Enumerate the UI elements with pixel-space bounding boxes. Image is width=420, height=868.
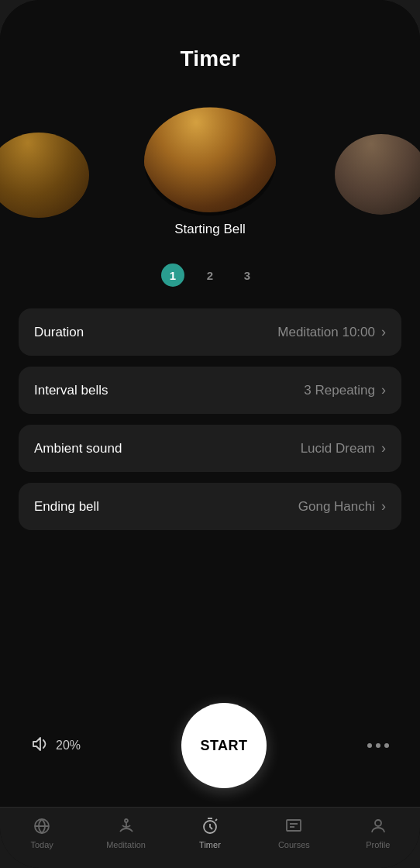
duration-row[interactable]: Duration Meditation 10:00 ›: [19, 308, 401, 356]
nav-label-profile: Profile: [366, 840, 390, 849]
ambient-sound-value-wrapper: Lucid Dream ›: [301, 440, 386, 456]
pagination-dot-1[interactable]: 1: [161, 264, 184, 287]
volume-icon: [31, 736, 50, 756]
duration-chevron-icon: ›: [381, 324, 386, 340]
start-button[interactable]: START: [181, 703, 267, 788]
duration-value-wrapper: Meditation 10:00 ›: [277, 324, 386, 340]
ending-bell-row[interactable]: Ending bell Gong Hanchi ›: [19, 483, 401, 530]
header: Timer: [0, 0, 420, 79]
start-label: START: [200, 738, 247, 754]
page-title: Timer: [180, 46, 239, 71]
courses-icon: [284, 817, 303, 835]
bowl-carousel[interactable]: Starting Bell: [0, 79, 420, 250]
nav-item-today[interactable]: Today: [11, 817, 73, 849]
nav-label-courses: Courses: [278, 840, 310, 849]
bowl-label: Starting Bell: [174, 222, 246, 237]
pagination-dot-3[interactable]: 3: [236, 264, 259, 287]
nav-item-courses[interactable]: Courses: [263, 817, 325, 849]
more-button[interactable]: [367, 743, 389, 748]
meditation-icon: [117, 817, 136, 835]
bowl-right: [331, 114, 420, 215]
ending-bell-value-wrapper: Gong Hanchi ›: [298, 498, 386, 515]
more-dot-1: [367, 743, 372, 748]
svg-point-8: [375, 820, 381, 826]
phone-container: Timer Starting Bell 1 2 3 Duration Medit…: [0, 0, 420, 868]
bowl-left: [0, 110, 93, 219]
volume-percentage: 20%: [56, 739, 81, 753]
nav-item-profile[interactable]: Profile: [347, 817, 409, 849]
nav-item-meditation[interactable]: Meditation: [95, 817, 157, 849]
duration-label: Duration: [34, 325, 84, 340]
bowl-center-wrapper: Starting Bell: [140, 92, 280, 237]
ending-bell-label: Ending bell: [34, 499, 99, 515]
ambient-sound-chevron-icon: ›: [381, 440, 386, 456]
pagination: 1 2 3: [0, 250, 420, 308]
ending-bell-chevron-icon: ›: [381, 498, 386, 515]
ambient-sound-row[interactable]: Ambient sound Lucid Dream ›: [19, 425, 401, 472]
svg-point-2: [125, 819, 128, 822]
ambient-sound-value: Lucid Dream: [301, 441, 375, 456]
more-dot-2: [376, 743, 380, 748]
duration-value: Meditation 10:00: [277, 325, 375, 340]
timer-icon: [201, 817, 219, 835]
bowl-center: [140, 92, 280, 212]
interval-bells-label: Interval bells: [34, 383, 108, 398]
volume-control[interactable]: 20%: [31, 736, 81, 756]
settings-list: Duration Meditation 10:00 › Interval bel…: [0, 308, 420, 687]
profile-icon: [369, 817, 387, 835]
interval-bells-value: 3 Repeating: [304, 383, 375, 398]
interval-bells-chevron-icon: ›: [381, 382, 386, 398]
bottom-nav: Today Meditation Timer: [0, 807, 420, 868]
more-dot-3: [384, 743, 389, 748]
interval-bells-value-wrapper: 3 Repeating ›: [304, 382, 386, 398]
ending-bell-value: Gong Hanchi: [298, 499, 375, 515]
pagination-dot-2[interactable]: 2: [198, 264, 222, 287]
nav-label-today: Today: [31, 840, 53, 849]
nav-item-timer[interactable]: Timer: [179, 817, 241, 849]
ambient-sound-label: Ambient sound: [34, 441, 122, 456]
svg-rect-4: [287, 820, 301, 831]
interval-bells-row[interactable]: Interval bells 3 Repeating ›: [19, 367, 401, 414]
nav-label-meditation: Meditation: [106, 840, 146, 849]
nav-label-timer: Timer: [199, 840, 221, 849]
bottom-controls: 20% START: [0, 687, 420, 807]
today-icon: [33, 817, 51, 835]
